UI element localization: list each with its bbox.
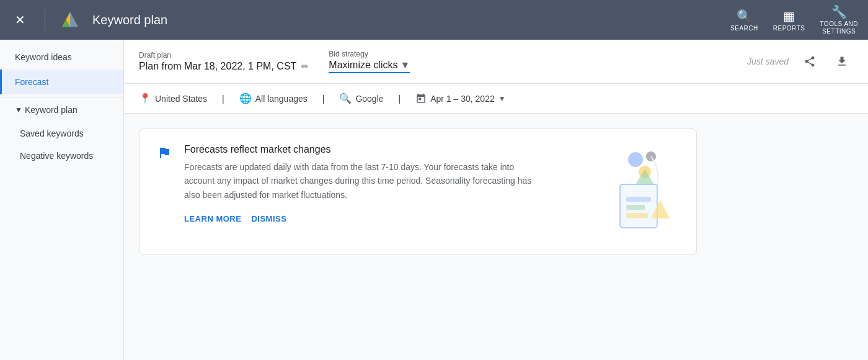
notification-flag-icon	[157, 145, 172, 163]
sidebar-item-negative-keywords[interactable]: Negative keywords	[0, 145, 123, 167]
bid-strategy-section: Bid strategy Maximize clicks ▼	[329, 50, 410, 73]
language-text: All languages	[255, 94, 308, 104]
plan-header: Draft plan Plan from Mar 18, 2022, 1 PM,…	[124, 40, 868, 84]
network-filter[interactable]: 🔍 Google	[339, 92, 383, 104]
close-button[interactable]: ✕	[10, 10, 30, 30]
plan-actions: Just saved	[747, 50, 853, 73]
filter-separator-3: |	[399, 94, 401, 104]
header-right: 🔍 SEARCH ▦ REPORTS 🔧 TOOLS ANDSETTINGS	[730, 4, 858, 35]
location-icon: 📍	[139, 92, 151, 104]
header-divider	[45, 9, 45, 31]
main-layout: Keyword ideas Forecast ▼ Keyword plan Sa…	[0, 40, 868, 360]
download-button[interactable]	[831, 50, 853, 73]
edit-plan-name-icon[interactable]: ✏	[301, 61, 309, 71]
language-icon: 🌐	[239, 92, 252, 104]
plan-name-row: Plan from Mar 18, 2022, 1 PM, CST ✏	[139, 61, 309, 72]
bid-dropdown-arrow-icon: ▼	[400, 60, 410, 71]
filter-bar: 📍 United States | 🌐 All languages | 🔍 Go…	[124, 84, 868, 114]
location-text: United States	[155, 94, 207, 104]
header-left: ✕ Keyword plan	[10, 9, 167, 31]
calendar-icon	[415, 93, 427, 104]
share-icon	[804, 55, 816, 68]
just-saved-text: Just saved	[747, 56, 789, 66]
google-logo-icon	[60, 10, 80, 30]
notification-card: Forecasts reflect market changes Forecas…	[139, 128, 697, 255]
share-button[interactable]	[799, 50, 821, 73]
bid-strategy-label: Bid strategy	[329, 50, 410, 58]
network-icon: 🔍	[339, 92, 352, 104]
search-icon: 🔍	[737, 9, 752, 24]
svg-marker-10	[636, 169, 654, 184]
top-header: ✕ Keyword plan 🔍 SEARCH ▦ REPORTS 🔧 TOOL…	[0, 0, 868, 40]
date-range-text: Apr 1 – 30, 2022	[430, 94, 495, 104]
sidebar: Keyword ideas Forecast ▼ Keyword plan Sa…	[0, 40, 124, 360]
location-filter[interactable]: 📍 United States	[139, 92, 207, 104]
svg-marker-1	[70, 12, 78, 27]
draft-label: Draft plan	[139, 51, 309, 60]
svg-point-3	[628, 152, 643, 167]
tools-label: TOOLS ANDSETTINGS	[820, 20, 858, 35]
forecast-illustration	[555, 144, 679, 237]
sidebar-group-keyword-plan[interactable]: ▼ Keyword plan	[0, 97, 123, 122]
reports-label: REPORTS	[773, 25, 805, 32]
expand-arrow-icon: ▼	[15, 106, 22, 114]
date-range-filter[interactable]: Apr 1 – 30, 2022 ▼	[415, 93, 505, 104]
keyword-ideas-label: Keyword ideas	[15, 52, 72, 62]
sidebar-item-forecast[interactable]: Forecast	[0, 70, 123, 94]
notification-actions: LEARN MORE DISMISS	[184, 214, 542, 223]
reports-nav-button[interactable]: ▦ REPORTS	[773, 9, 805, 32]
filter-separator-2: |	[322, 94, 325, 104]
tools-settings-nav-button[interactable]: 🔧 TOOLS ANDSETTINGS	[820, 4, 858, 35]
notification-content: Forecasts reflect market changes Forecas…	[184, 144, 542, 223]
date-dropdown-arrow-icon: ▼	[498, 94, 506, 103]
search-nav-button[interactable]: 🔍 SEARCH	[730, 9, 758, 32]
illustration	[555, 144, 679, 240]
learn-more-button[interactable]: LEARN MORE	[184, 214, 241, 223]
flag-icon	[157, 145, 172, 160]
google-ads-logo	[60, 10, 80, 30]
language-filter[interactable]: 🌐 All languages	[239, 92, 308, 104]
notification-body: Forecasts are updated daily with data fr…	[184, 160, 542, 202]
bid-strategy-text: Maximize clicks	[329, 60, 397, 71]
dismiss-button[interactable]: DISMISS	[251, 214, 286, 223]
download-icon	[836, 55, 848, 68]
keyword-plan-group-label: Keyword plan	[25, 105, 78, 115]
saved-keywords-label: Saved keywords	[20, 128, 84, 138]
sidebar-section: ▼ Keyword plan Saved keywords Negative k…	[0, 97, 123, 167]
bid-strategy-value-row[interactable]: Maximize clicks ▼	[329, 60, 410, 73]
svg-rect-7	[626, 197, 651, 202]
tools-icon: 🔧	[831, 4, 847, 19]
filter-separator-1: |	[222, 94, 224, 104]
search-label: SEARCH	[730, 25, 758, 32]
reports-icon: ▦	[783, 9, 795, 24]
forecast-label: Forecast	[15, 77, 48, 87]
plan-info: Draft plan Plan from Mar 18, 2022, 1 PM,…	[139, 51, 309, 72]
svg-rect-8	[626, 205, 645, 210]
content-area: Draft plan Plan from Mar 18, 2022, 1 PM,…	[124, 40, 868, 360]
svg-rect-9	[626, 213, 648, 218]
plan-name-text: Plan from Mar 18, 2022, 1 PM, CST	[139, 61, 296, 72]
page-title: Keyword plan	[92, 13, 167, 27]
sidebar-item-saved-keywords[interactable]: Saved keywords	[0, 122, 123, 145]
notification-title: Forecasts reflect market changes	[184, 144, 542, 155]
notifications-area: Forecasts reflect market changes Forecas…	[124, 114, 868, 360]
sidebar-item-keyword-ideas[interactable]: Keyword ideas	[0, 45, 123, 70]
negative-keywords-label: Negative keywords	[20, 151, 93, 161]
network-text: Google	[355, 94, 383, 104]
